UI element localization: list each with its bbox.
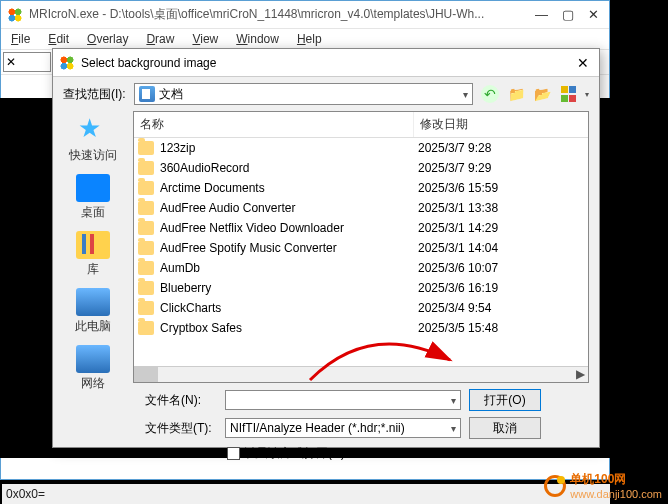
folder-icon bbox=[138, 201, 154, 215]
star-icon bbox=[76, 117, 110, 145]
lookin-combo[interactable]: 文档 ▾ bbox=[134, 83, 473, 105]
file-rows: 123zip2025/3/7 9:28360AudioRecord2025/3/… bbox=[134, 138, 588, 366]
network-icon bbox=[76, 345, 110, 373]
filetype-combo[interactable]: NIfTI/Analyze Header (*.hdr;*.nii)▾ bbox=[225, 418, 461, 438]
window-controls: — ▢ ✕ bbox=[531, 7, 603, 22]
file-name: AudFree Audio Converter bbox=[160, 201, 418, 215]
file-name: ClickCharts bbox=[160, 301, 418, 315]
list-header: 名称 修改日期 bbox=[134, 112, 588, 138]
app-icon bbox=[7, 7, 23, 23]
cancel-button[interactable]: 取消 bbox=[469, 417, 541, 439]
folder-icon bbox=[138, 241, 154, 255]
watermark: 单机100网www.danji100.com bbox=[544, 471, 662, 500]
table-row[interactable]: AumDb2025/3/6 10:07 bbox=[134, 258, 588, 278]
dialog-bottom: 文件名(N): ▾ 打开(O) 文件类型(T): NIfTI/Analyze H… bbox=[53, 383, 599, 466]
folder-icon bbox=[138, 141, 154, 155]
new-folder-icon[interactable]: 📂 bbox=[533, 85, 551, 103]
col-name[interactable]: 名称 bbox=[134, 112, 414, 137]
h-scrollbar[interactable]: ▶ bbox=[134, 366, 588, 382]
file-date: 2025/3/7 9:29 bbox=[418, 161, 588, 175]
lookin-row: 查找范围(I): 文档 ▾ ↶ 📁 📂 ▾ bbox=[53, 77, 599, 111]
file-list: 名称 修改日期 123zip2025/3/7 9:28360AudioRecor… bbox=[133, 111, 589, 383]
folder-icon bbox=[138, 161, 154, 175]
file-date: 2025/3/1 14:29 bbox=[418, 221, 588, 235]
table-row[interactable]: AudFree Audio Converter2025/3/1 13:38 bbox=[134, 198, 588, 218]
place-libraries[interactable]: 库 bbox=[58, 231, 128, 278]
menu-view[interactable]: View bbox=[192, 32, 218, 46]
watermark-brand: 单机100网 bbox=[570, 472, 626, 486]
place-label: 快速访问 bbox=[69, 147, 117, 164]
file-date: 2025/3/1 13:38 bbox=[418, 201, 588, 215]
place-label: 桌面 bbox=[81, 204, 105, 221]
file-date: 2025/3/5 15:48 bbox=[418, 321, 588, 335]
table-row[interactable]: Cryptbox Safes2025/3/5 15:48 bbox=[134, 318, 588, 338]
up-folder-icon[interactable]: 📁 bbox=[507, 85, 525, 103]
file-date: 2025/3/6 10:07 bbox=[418, 261, 588, 275]
place-quick-access[interactable]: 快速访问 bbox=[58, 117, 128, 164]
file-date: 2025/3/1 14:04 bbox=[418, 241, 588, 255]
table-row[interactable]: Blueberry2025/3/6 16:19 bbox=[134, 278, 588, 298]
file-date: 2025/3/7 9:28 bbox=[418, 141, 588, 155]
back-icon[interactable]: ↶ bbox=[481, 85, 499, 103]
place-network[interactable]: 网络 bbox=[58, 345, 128, 392]
place-label: 此电脑 bbox=[75, 318, 111, 335]
chevron-down-icon: ▾ bbox=[447, 423, 460, 434]
table-row[interactable]: 360AudioRecord2025/3/7 9:29 bbox=[134, 158, 588, 178]
dialog-icon bbox=[59, 55, 75, 71]
pc-icon bbox=[76, 288, 110, 316]
place-this-pc[interactable]: 此电脑 bbox=[58, 288, 128, 335]
window-title: MRIcroN.exe - D:\tools\桌面\office\mriCroN… bbox=[29, 6, 531, 23]
main-titlebar: MRIcroN.exe - D:\tools\桌面\office\mriCroN… bbox=[1, 1, 609, 29]
readonly-label: 以只读方式打开(R) bbox=[244, 445, 345, 462]
chevron-down-icon: ▾ bbox=[463, 89, 468, 100]
folder-icon bbox=[138, 261, 154, 275]
folder-icon bbox=[138, 301, 154, 315]
filetype-value: NIfTI/Analyze Header (*.hdr;*.nii) bbox=[226, 421, 409, 435]
file-name: AudFree Netflix Video Downloader bbox=[160, 221, 418, 235]
table-row[interactable]: 123zip2025/3/7 9:28 bbox=[134, 138, 588, 158]
place-label: 网络 bbox=[81, 375, 105, 392]
table-row[interactable]: Arctime Documents2025/3/6 15:59 bbox=[134, 178, 588, 198]
folder-icon bbox=[138, 321, 154, 335]
documents-icon bbox=[139, 86, 155, 102]
file-name: AudFree Spotify Music Converter bbox=[160, 241, 418, 255]
open-dialog: Select background image ✕ 查找范围(I): 文档 ▾ … bbox=[52, 48, 600, 448]
view-dropdown-icon[interactable]: ▾ bbox=[585, 90, 589, 99]
file-date: 2025/3/6 16:19 bbox=[418, 281, 588, 295]
menubar: File Edit Overlay Draw View Window Help bbox=[1, 29, 609, 49]
close-button[interactable]: ✕ bbox=[588, 7, 599, 22]
folder-icon bbox=[138, 181, 154, 195]
library-icon bbox=[76, 231, 110, 259]
table-row[interactable]: ClickCharts2025/3/4 9:54 bbox=[134, 298, 588, 318]
status-text: 0x0x0= bbox=[6, 487, 45, 501]
table-row[interactable]: AudFree Spotify Music Converter2025/3/1 … bbox=[134, 238, 588, 258]
lookin-value: 文档 bbox=[159, 86, 463, 103]
menu-edit[interactable]: Edit bbox=[48, 32, 69, 46]
menu-file[interactable]: File bbox=[11, 32, 30, 46]
status-bar: 0x0x0= bbox=[2, 484, 610, 504]
place-desktop[interactable]: 桌面 bbox=[58, 174, 128, 221]
minimize-button[interactable]: — bbox=[535, 7, 548, 22]
menu-window[interactable]: Window bbox=[236, 32, 279, 46]
folder-icon bbox=[138, 221, 154, 235]
open-button[interactable]: 打开(O) bbox=[469, 389, 541, 411]
menu-draw[interactable]: Draw bbox=[146, 32, 174, 46]
file-date: 2025/3/6 15:59 bbox=[418, 181, 588, 195]
places-bar: 快速访问 桌面 库 此电脑 网络 bbox=[53, 111, 133, 383]
readonly-checkbox[interactable] bbox=[227, 447, 240, 460]
dialog-toolbar: ↶ 📁 📂 ▾ bbox=[481, 85, 589, 103]
maximize-button[interactable]: ▢ bbox=[562, 7, 574, 22]
dialog-close-button[interactable]: ✕ bbox=[573, 55, 593, 71]
file-name: Cryptbox Safes bbox=[160, 321, 418, 335]
lookin-label: 查找范围(I): bbox=[63, 86, 126, 103]
menu-overlay[interactable]: Overlay bbox=[87, 32, 128, 46]
col-date[interactable]: 修改日期 bbox=[414, 112, 588, 137]
dialog-titlebar: Select background image ✕ bbox=[53, 49, 599, 77]
filename-input[interactable]: ▾ bbox=[225, 390, 461, 410]
cross-toggle[interactable]: ✕ bbox=[3, 52, 51, 72]
file-name: 360AudioRecord bbox=[160, 161, 418, 175]
menu-help[interactable]: Help bbox=[297, 32, 322, 46]
view-mode-icon[interactable] bbox=[559, 85, 577, 103]
table-row[interactable]: AudFree Netflix Video Downloader2025/3/1… bbox=[134, 218, 588, 238]
file-name: AumDb bbox=[160, 261, 418, 275]
